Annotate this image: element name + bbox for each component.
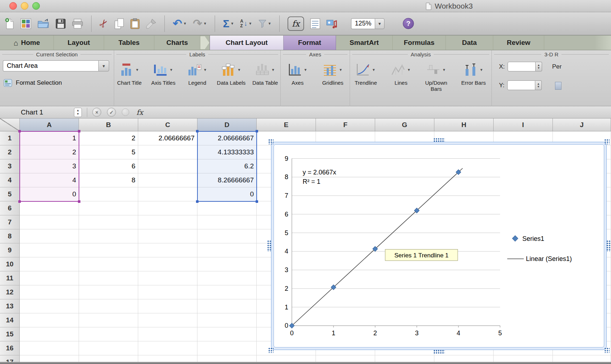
range-handle[interactable]	[78, 130, 80, 132]
column-header-D[interactable]: D	[197, 118, 257, 131]
cell-C13[interactable]	[138, 299, 197, 313]
cell-A9[interactable]	[20, 243, 79, 257]
cell-C4[interactable]	[138, 173, 197, 187]
column-header-H[interactable]: H	[434, 118, 494, 131]
row-header-7[interactable]: 7	[0, 215, 20, 229]
cell-B1[interactable]: 2	[79, 131, 138, 145]
legend-button[interactable]: ▼ Legend	[182, 60, 213, 86]
row-header-8[interactable]: 8	[0, 229, 20, 243]
range-handle[interactable]	[256, 200, 258, 203]
axis-titles-button[interactable]: ▼ Axis Titles	[148, 60, 179, 86]
chart-resize-handle[interactable]	[433, 138, 445, 142]
cancel-button[interactable]: ×	[92, 108, 101, 117]
tab-tables[interactable]: Tables	[104, 36, 154, 50]
cell-B16[interactable]	[79, 341, 138, 355]
cell-A14[interactable]	[20, 313, 79, 327]
tab-smartart[interactable]: SmartArt	[336, 36, 393, 50]
cell-B15[interactable]	[79, 327, 138, 341]
cell-B8[interactable]	[79, 229, 138, 243]
tab-chart-layout[interactable]: Chart Layout	[210, 36, 284, 50]
row-header-2[interactable]: 2	[0, 145, 20, 159]
cell-C12[interactable]	[138, 285, 197, 299]
format-selection-button[interactable]: Format Selection	[4, 79, 62, 87]
paste-icon[interactable]	[130, 18, 140, 29]
cell-C7[interactable]	[138, 215, 197, 229]
cell-D12[interactable]	[197, 285, 257, 299]
chart-resize-handle[interactable]	[604, 347, 610, 353]
autosum-dropdown-icon[interactable]: ▼	[230, 22, 234, 25]
legend-dropdown-icon[interactable]: ▼	[204, 68, 207, 72]
chart-resize-handle[interactable]	[268, 139, 274, 144]
range-handle[interactable]	[18, 130, 21, 132]
cell-C16[interactable]	[138, 341, 197, 355]
lines-button[interactable]: ▼ Lines	[385, 60, 417, 92]
cell-A13[interactable]	[20, 299, 79, 313]
cell-C15[interactable]	[138, 327, 197, 341]
open-icon[interactable]	[37, 19, 50, 29]
cell-C8[interactable]	[138, 229, 197, 243]
cell-D13[interactable]	[197, 299, 257, 313]
cell-B11[interactable]	[79, 271, 138, 285]
error-bars-dropdown-icon[interactable]: ▼	[480, 68, 483, 72]
data-table-button[interactable]: ▼ Data Table	[250, 60, 280, 86]
tab-home[interactable]: ⌂ Home	[0, 36, 54, 50]
cell-C5[interactable]	[138, 187, 197, 201]
cell-C9[interactable]	[138, 243, 197, 257]
row-header-13[interactable]: 13	[0, 299, 20, 313]
cell-D14[interactable]	[197, 313, 257, 327]
name-box[interactable]: Chart 1	[21, 108, 68, 116]
zoom-window-button[interactable]	[32, 2, 40, 10]
axis-titles-dropdown-icon[interactable]: ▼	[169, 68, 173, 72]
cell-B10[interactable]	[79, 257, 138, 271]
tab-formulas[interactable]: Formulas	[393, 36, 446, 50]
chart-resize-handle[interactable]	[433, 350, 445, 354]
show-sheet-icon[interactable]	[310, 18, 320, 29]
save-icon[interactable]	[56, 19, 66, 29]
legend-label-trendline[interactable]: Linear (Series1)	[526, 255, 572, 262]
cell-A16[interactable]	[20, 341, 79, 355]
filter-dropdown-icon[interactable]: ▼	[268, 22, 271, 25]
cell-C6[interactable]	[138, 201, 197, 215]
fx-icon[interactable]: fx	[136, 108, 143, 117]
cell-B7[interactable]	[79, 215, 138, 229]
cell-D16[interactable]	[197, 341, 257, 355]
row-header-1[interactable]: 1	[0, 131, 20, 145]
rotation-y-input[interactable]	[507, 80, 535, 90]
chart-area-dropdown-icon[interactable]: ▼	[98, 60, 109, 71]
range-handle[interactable]	[18, 200, 21, 203]
cell-B2[interactable]: 5	[79, 145, 138, 159]
rotation-x-stepper[interactable]: ▲▼	[536, 62, 542, 71]
accept-button[interactable]: ✓	[107, 108, 116, 117]
selected-range-A1-A5[interactable]	[19, 131, 79, 202]
chart-title-dropdown-icon[interactable]: ▼	[135, 68, 139, 72]
cell-B12[interactable]	[79, 285, 138, 299]
axes-dropdown-icon[interactable]: ▼	[304, 68, 307, 72]
name-box-stepper[interactable]: ▲▼	[74, 108, 82, 117]
cell-A15[interactable]	[20, 327, 79, 341]
media-browser-icon[interactable]	[326, 19, 337, 29]
up-down-bars-dropdown-icon[interactable]: ▼	[442, 68, 446, 72]
chart-object[interactable]: 0123450123456789y = 2.0667xR² = 1Series1…	[271, 142, 607, 350]
row-header-10[interactable]: 10	[0, 257, 20, 271]
cell-D10[interactable]	[197, 257, 257, 271]
data-table-dropdown-icon[interactable]: ▼	[271, 68, 275, 72]
column-header-C[interactable]: C	[138, 118, 197, 131]
cell-A10[interactable]	[20, 257, 79, 271]
cell-C14[interactable]	[138, 313, 197, 327]
column-header-F[interactable]: F	[316, 118, 375, 131]
row-header-5[interactable]: 5	[0, 187, 20, 201]
trendline-dropdown-icon[interactable]: ▼	[372, 68, 376, 72]
new-workbook-icon[interactable]	[5, 18, 14, 29]
data-labels-button[interactable]: ▼ Data Labels	[216, 60, 247, 86]
row-header-11[interactable]: 11	[0, 271, 20, 285]
undo-dropdown-icon[interactable]: ▼	[183, 22, 187, 25]
copy-icon[interactable]	[114, 18, 124, 29]
selected-range-D1-D5[interactable]	[197, 131, 257, 202]
zoom-dropdown-icon[interactable]: ▼	[375, 18, 384, 29]
column-header-B[interactable]: B	[79, 118, 138, 131]
rotation-x-input[interactable]	[508, 62, 536, 71]
print-icon[interactable]	[72, 19, 83, 29]
lines-dropdown-icon[interactable]: ▼	[407, 68, 411, 72]
help-button[interactable]: ?	[403, 18, 414, 29]
cell-B14[interactable]	[79, 313, 138, 327]
